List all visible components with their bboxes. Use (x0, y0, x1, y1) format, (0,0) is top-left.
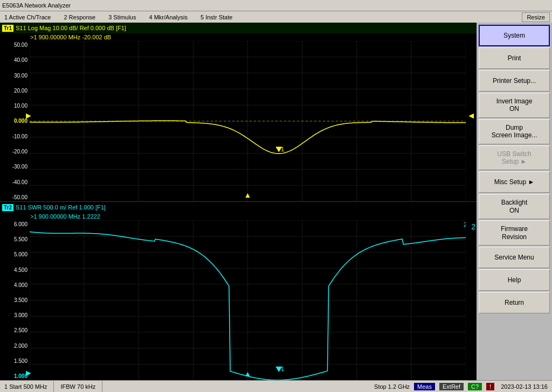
chart-area: Tr1 S11 Log Mag 10.00 dB/ Ref 0.000 dB [… (0, 23, 477, 380)
menu-item-4[interactable]: 4 Mkr/Analysis (147, 13, 190, 22)
sidebar-btn-return[interactable]: Return (479, 292, 550, 313)
sidebar-btn-printer-setup[interactable]: Printer Setup... (479, 70, 550, 92)
top-trace-label: Tr1 (2, 25, 13, 32)
top-ref-arrow-left: ► (24, 111, 33, 121)
status-question: C? (468, 383, 482, 390)
top-chart-canvas (30, 41, 466, 201)
resize-button[interactable]: Resize (522, 12, 550, 22)
sidebar-btn-usb-switch[interactable]: USB SwitchSetup ► (479, 145, 550, 171)
top-chart-header: Tr1 S11 Log Mag 10.00 dB/ Ref 0.000 dB [… (0, 23, 477, 33)
bottom-marker-info: >1 900.00000 MHz 1.2222 (0, 213, 477, 220)
status-extref: ExtRef (439, 383, 464, 390)
sidebar-btn-print[interactable]: Print (479, 47, 550, 69)
sidebar-btn-help[interactable]: Help (479, 269, 550, 291)
bottom-ref-arrow-left: ► (24, 368, 33, 378)
bottom-y-labels: 6.000 5.500 5.000 4.500 4.000 3.500 3.00… (0, 220, 30, 380)
menu-bar: 1 Active Ch/Trace 2 Response 3 Stimulus … (0, 11, 552, 23)
top-chart: Tr1 S11 Log Mag 10.00 dB/ Ref 0.000 dB [… (0, 23, 477, 202)
sidebar-btn-firmware-revision[interactable]: FirmwareRevision (479, 220, 550, 246)
menu-item-2[interactable]: 2 Response (61, 13, 98, 22)
title-bar: E5063A Network Analyzer (0, 0, 552, 11)
status-ifbw: IFBW 70 kHz (54, 381, 102, 392)
sidebar-btn-misc-setup[interactable]: Misc Setup ► (479, 171, 550, 193)
bottom-marker-triangle: ▲ (244, 369, 252, 378)
status-datetime: 2023-02-13 13:16 (501, 383, 548, 390)
bottom-marker2: 2 (471, 222, 475, 231)
status-meas[interactable]: Meas (414, 383, 435, 390)
top-ref-arrow-right: ◄ (467, 111, 475, 121)
sidebar-btn-service-menu[interactable]: Service Menu (479, 247, 550, 268)
status-warn: ! (486, 383, 494, 390)
bottom-chart-header: Tr2 S11 SWR 500.0 m/ Ref 1.000 [F1] (0, 202, 477, 213)
app-title: E5063A Network Analyzer (2, 2, 71, 9)
sidebar-btn-dump-screen[interactable]: DumpScreen Image... (479, 119, 550, 144)
top-chart-info: S11 Log Mag 10.00 dB/ Ref 0.000 dB [F1] (16, 25, 126, 31)
top-y-labels: 50.00 40.00 30.00 20.00 10.00 0.000 -10.… (0, 41, 30, 201)
sidebar-btn-backlight[interactable]: BacklightON (479, 194, 550, 219)
menu-item-5[interactable]: 5 Instr State (198, 13, 234, 22)
bottom-trace-label: Tr2 (2, 204, 13, 211)
menu-item-1[interactable]: 1 Active Ch/Trace (2, 13, 53, 22)
status-bar: 1 Start 500 MHz IFBW 70 kHz Stop 1.2 GHz… (0, 380, 552, 392)
sidebar-btn-system[interactable]: System (479, 25, 550, 46)
status-stop: Stop 1.2 GHz (374, 383, 410, 390)
status-start: 1 Start 500 MHz (4, 381, 54, 392)
sidebar-btn-invert-image[interactable]: Invert ImageON (479, 93, 550, 118)
bottom-chart-canvas (30, 220, 466, 380)
top-marker-info: >1 900.00000 MHz -20.002 dB (0, 33, 477, 41)
main-area: Tr1 S11 Log Mag 10.00 dB/ Ref 0.000 dB [… (0, 23, 552, 380)
sidebar: System Print Printer Setup... Invert Ima… (477, 23, 552, 380)
bottom-chart: Tr2 S11 SWR 500.0 m/ Ref 1.000 [F1] >1 9… (0, 202, 477, 380)
bottom-chart-info: S11 SWR 500.0 m/ Ref 1.000 [F1] (16, 204, 106, 211)
top-marker-triangle: ▲ (244, 191, 252, 199)
menu-item-3[interactable]: 3 Stimulus (106, 13, 138, 22)
